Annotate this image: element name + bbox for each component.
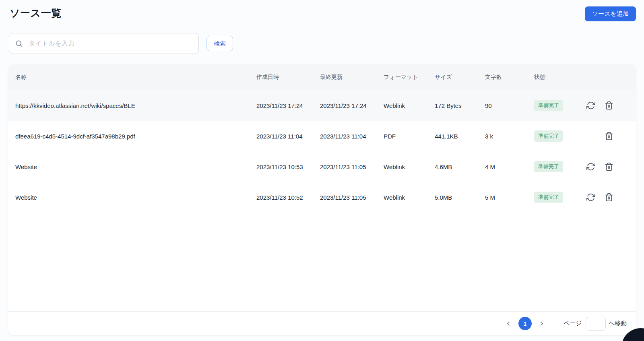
source-status-cell: 準備完了: [534, 161, 579, 172]
search-input[interactable]: [28, 39, 193, 48]
sources-table-panel: 名称 作成日時 最終更新 フォーマット サイズ 文字数 状態 https://k…: [8, 64, 636, 335]
row-actions: [579, 193, 636, 202]
next-page-icon[interactable]: [539, 320, 545, 327]
row-actions: [579, 132, 636, 141]
table-row[interactable]: dfeea619-c4d5-4514-9dcf-af3547a98b29.pdf…: [8, 121, 636, 151]
pagination: 1: [505, 317, 545, 330]
trash-icon[interactable]: [605, 132, 613, 141]
search-button[interactable]: 検索: [206, 36, 233, 51]
status-badge: 準備完了: [534, 100, 563, 111]
source-char-count: 5 M: [485, 194, 534, 201]
source-updated-at: 2023/11/23 11:05: [320, 163, 384, 170]
table-row[interactable]: https://kkvideo.atlassian.net/wiki/space…: [8, 90, 636, 121]
column-header-format: フォーマット: [384, 74, 435, 81]
source-status-cell: 準備完了: [534, 100, 579, 111]
source-char-count: 3 k: [485, 133, 534, 140]
trash-icon[interactable]: [605, 162, 613, 171]
source-char-count: 4 M: [485, 163, 534, 170]
status-badge: 準備完了: [534, 192, 563, 203]
source-format: Weblink: [384, 163, 435, 170]
column-header-name: 名称: [15, 74, 256, 81]
add-source-button[interactable]: ソースを追加: [585, 6, 636, 21]
prev-page-icon[interactable]: [505, 320, 512, 327]
source-format: Weblink: [384, 194, 435, 201]
source-updated-at: 2023/11/23 11:04: [320, 133, 384, 140]
source-updated-at: 2023/11/23 17:24: [320, 102, 384, 109]
table-footer: 1 ページ へ移動: [8, 311, 636, 335]
source-created-at: 2023/11/23 10:52: [256, 194, 320, 201]
goto-page-input[interactable]: [586, 317, 606, 331]
current-page-button[interactable]: 1: [518, 317, 532, 330]
table-row[interactable]: Website 2023/11/23 10:52 2023/11/23 11:0…: [8, 182, 636, 213]
table-row[interactable]: Website 2023/11/23 10:53 2023/11/23 11:0…: [8, 151, 636, 182]
table-body: https://kkvideo.atlassian.net/wiki/space…: [8, 90, 636, 213]
source-name: dfeea619-c4d5-4514-9dcf-af3547a98b29.pdf: [15, 133, 256, 140]
page-title: ソース一覧: [10, 6, 62, 20]
sync-icon[interactable]: [586, 162, 595, 171]
sync-icon[interactable]: [586, 193, 595, 202]
source-format: Weblink: [384, 102, 435, 109]
table-header-row: 名称 作成日時 最終更新 フォーマット サイズ 文字数 状態: [8, 64, 636, 90]
source-format: PDF: [384, 133, 435, 140]
column-header-size: サイズ: [435, 74, 485, 81]
sources-page: ソース一覧 ソースを追加 検索 名称 作成日時 最終更新 フォーマット サイズ …: [0, 0, 644, 341]
search-input-wrapper: [9, 33, 199, 54]
page-label: ページ: [564, 320, 582, 327]
source-name: https://kkvideo.atlassian.net/wiki/space…: [15, 102, 256, 109]
column-header-status: 状態: [534, 74, 579, 81]
row-actions: [579, 162, 636, 171]
source-size: 4.6MB: [435, 163, 485, 170]
source-name: Website: [15, 194, 256, 201]
status-badge: 準備完了: [534, 161, 563, 172]
source-name: Website: [15, 163, 256, 170]
trash-icon[interactable]: [605, 193, 613, 202]
source-status-cell: 準備完了: [534, 130, 579, 142]
column-header-chars: 文字数: [485, 74, 534, 81]
trash-icon[interactable]: [605, 101, 613, 110]
goto-page-group: ページ へ移動: [564, 317, 627, 331]
source-created-at: 2023/11/23 10:53: [256, 163, 320, 170]
column-header-created: 作成日時: [256, 74, 320, 81]
row-actions: [579, 101, 636, 110]
source-char-count: 90: [485, 102, 534, 109]
column-header-updated: 最終更新: [320, 74, 384, 81]
source-updated-at: 2023/11/23 11:05: [320, 194, 384, 201]
source-created-at: 2023/11/23 11:04: [256, 133, 320, 140]
source-size: 441.1KB: [435, 133, 485, 140]
source-size: 172 Bytes: [435, 102, 485, 109]
source-status-cell: 準備完了: [534, 192, 579, 203]
search-icon: [15, 39, 23, 48]
source-size: 5.0MB: [435, 194, 485, 201]
source-created-at: 2023/11/23 17:24: [256, 102, 320, 109]
status-badge: 準備完了: [534, 130, 563, 142]
sync-icon[interactable]: [586, 101, 595, 110]
goto-label: へ移動: [609, 320, 627, 327]
